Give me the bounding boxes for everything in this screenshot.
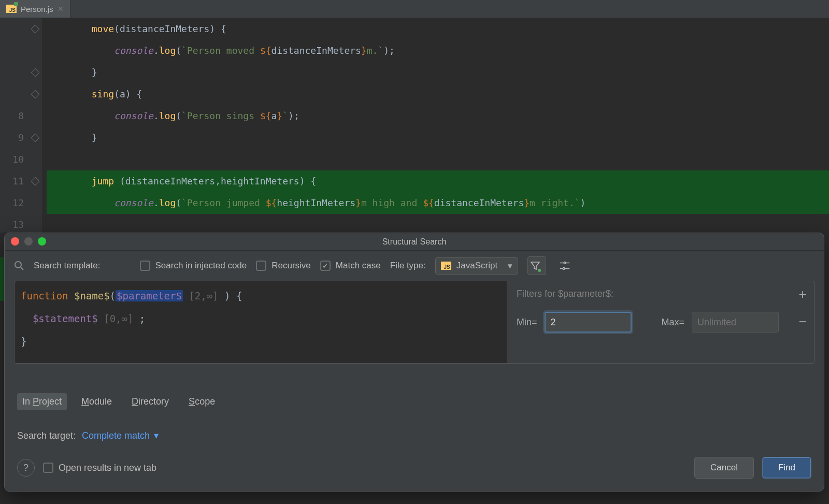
tab-filename: Person.js: [21, 5, 53, 13]
filter-active-indicator: [538, 269, 541, 272]
checkbox-label: Match case: [336, 261, 381, 271]
filters-title: Filters for $parameter$:: [517, 289, 805, 299]
svg-line-1: [21, 267, 23, 270]
count-hint: [2,∞]: [189, 290, 218, 301]
variable-token: $statement$: [33, 313, 98, 324]
min-label: Min=: [517, 317, 537, 328]
find-button[interactable]: Find: [762, 457, 811, 479]
checkbox-label: Open results in new tab: [59, 463, 156, 473]
file-type-dropdown[interactable]: JS JavaScript ▾: [435, 257, 518, 275]
search-icon[interactable]: [14, 261, 24, 271]
fold-column: [30, 18, 41, 233]
scope-tab-scope[interactable]: Scope: [183, 393, 220, 410]
checkbox-label: Recursive: [271, 261, 311, 271]
search-injected-checkbox[interactable]: Search in injected code: [140, 261, 247, 271]
dialog-titlebar[interactable]: Structural Search: [5, 233, 824, 251]
structural-search-dialog: Structural Search Search template: Searc…: [4, 233, 824, 492]
recursive-checkbox[interactable]: Recursive: [256, 261, 311, 271]
filter-button[interactable]: [527, 256, 546, 275]
scope-tab-in-project[interactable]: In Project: [17, 393, 67, 410]
javascript-file-icon: JS: [441, 262, 451, 270]
file-type-label: File type:: [390, 261, 426, 271]
punct-token: }: [21, 336, 26, 347]
code-area[interactable]: move(distanceInMeters) { console.log(`Pe…: [41, 18, 829, 233]
add-filter-button[interactable]: +: [796, 286, 809, 303]
scope-tab-directory[interactable]: Directory: [126, 393, 174, 410]
match-case-checkbox[interactable]: ✓Match case: [320, 261, 381, 271]
selected-variable-token[interactable]: $parameter$: [116, 290, 183, 301]
search-target-label: Search target:: [17, 430, 76, 441]
help-button[interactable]: ?: [17, 459, 35, 477]
checkbox-label: Search in injected code: [155, 261, 247, 271]
window-controls: [11, 237, 46, 246]
window-close-icon[interactable]: [11, 237, 19, 246]
close-tab-icon[interactable]: ✕: [58, 5, 64, 13]
search-template-label: Search template:: [34, 261, 101, 271]
editor-tab[interactable]: JS Person.js ✕: [0, 0, 70, 18]
gutter: 8910111213141516: [0, 18, 41, 233]
punct-token: ) {: [224, 290, 242, 301]
scope-tabs: In ProjectModuleDirectoryScope: [5, 383, 824, 410]
open-results-new-tab-checkbox[interactable]: Open results in new tab: [43, 463, 156, 473]
remove-filter-button[interactable]: −: [796, 314, 809, 330]
variable-token: $name$: [74, 290, 110, 301]
search-target-value: Complete match: [82, 430, 150, 441]
dialog-options-row: Search template: Search in injected code…: [5, 251, 824, 281]
search-target-dropdown[interactable]: Complete match ▾: [82, 430, 159, 441]
filters-panel: Filters for $parameter$: Min= Max= + −: [507, 281, 814, 364]
cancel-button[interactable]: Cancel: [694, 457, 754, 479]
window-minimize-icon[interactable]: [24, 237, 33, 246]
keyword-token: function: [21, 290, 68, 301]
window-zoom-icon[interactable]: [38, 237, 46, 246]
file-type-value: JavaScript: [456, 261, 497, 271]
chevron-down-icon: ▾: [508, 261, 512, 271]
search-template-editor[interactable]: function $name$($parameter$ [2,∞] ) { $s…: [14, 281, 507, 364]
punct-token: ;: [139, 313, 145, 324]
scope-tab-module[interactable]: Module: [76, 393, 117, 410]
javascript-file-icon: JS: [6, 5, 17, 13]
chevron-down-icon: ▾: [154, 430, 159, 441]
editor-tab-bar: JS Person.js ✕: [0, 0, 829, 18]
code-editor[interactable]: 8910111213141516 move(distanceInMeters) …: [0, 18, 829, 233]
max-label: Max=: [662, 317, 685, 328]
min-count-input[interactable]: [545, 312, 632, 333]
punct-token: (: [110, 290, 116, 301]
settings-button[interactable]: [555, 256, 574, 275]
dialog-title: Structural Search: [382, 237, 447, 247]
max-count-input[interactable]: [692, 312, 779, 333]
count-hint: [0,∞]: [104, 313, 133, 324]
svg-point-0: [15, 262, 21, 268]
